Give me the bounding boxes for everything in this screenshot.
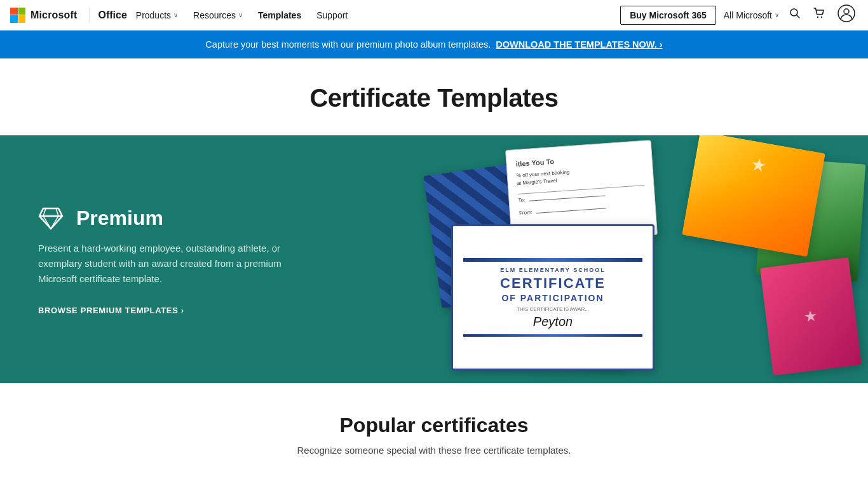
ms-logo-grid [10,8,25,23]
user-icon [837,4,855,25]
nav-support[interactable]: Support [310,6,354,24]
premium-hero: Premium Present a hard-working employee,… [0,135,868,383]
svg-line-1 [797,15,800,18]
voucher-text: itles You To % off your next booking at … [515,150,646,217]
office-label: Office [98,10,126,21]
nav-resources[interactable]: Resources ∨ [187,6,249,24]
resources-label: Resources [193,10,236,20]
star-icon: ★ [749,154,768,177]
browse-premium-link[interactable]: BROWSE PREMIUM TEMPLATES › [38,306,362,315]
templates-label: Templates [258,10,301,20]
premium-title-text: Premium [76,207,163,229]
cert-recipient-name: Peyton [533,315,573,329]
brand-label: Microsoft [31,10,77,21]
svg-point-5 [844,9,849,14]
cart-button[interactable] [811,5,827,25]
microsoft-logo[interactable]: Microsoft [10,8,77,23]
svg-point-2 [817,17,818,18]
page-title-section: Certificate Templates [0,58,868,135]
cert-awarded-text: THIS CERTIFICATE IS AWAR... [517,306,589,312]
products-chevron-icon: ∨ [173,11,178,18]
ms-logo-red [10,8,18,15]
user-button[interactable] [835,2,858,28]
ms-logo-green [18,8,26,15]
star-decorative-icon: ★ [803,307,818,326]
nav-links: Products ∨ Resources ∨ Templates Support [130,6,620,24]
svg-point-3 [821,17,822,18]
cert-card-orange: ★ [682,135,825,257]
cert-school-name: ELM ELEMENTARY SCHOOL [500,267,605,273]
nav-right: Buy Microsoft 365 All Microsoft ∨ [620,2,858,28]
ms-logo-blue [10,15,18,23]
buy-button[interactable]: Buy Microsoft 365 [620,6,716,25]
all-microsoft-chevron-icon: ∨ [775,11,779,18]
premium-description: Present a hard-working employee, outstan… [38,241,292,287]
cert-card-main: ELM ELEMENTARY SCHOOL CERTIFICATE OF PAR… [451,224,654,370]
popular-section: Popular certificates Recognize someone s… [0,383,868,468]
nav-products[interactable]: Products ∨ [130,6,184,24]
diamond-icon: Premium [38,204,362,231]
nav-templates[interactable]: Templates [252,6,308,24]
products-label: Products [136,10,171,20]
resources-chevron-icon: ∨ [238,11,243,18]
cert-card-pink: ★ [760,257,862,376]
nav-divider [90,8,90,23]
all-microsoft-link[interactable]: All Microsoft ∨ [724,10,779,20]
ms-logo-yellow [18,15,26,23]
search-button[interactable] [787,5,803,25]
banner-cta-link[interactable]: DOWNLOAD THE TEMPLATES NOW. › [496,39,662,50]
cert-title: CERTIFICATE [500,276,606,291]
premium-left-panel: Premium Present a hard-working employee,… [0,135,400,383]
promo-banner: Capture your best moments with our premi… [0,30,868,58]
cart-icon [813,8,825,22]
popular-title: Popular certificates [13,414,855,437]
support-label: Support [316,10,348,20]
popular-subtitle: Recognize someone special with these fre… [13,445,855,456]
all-microsoft-label: All Microsoft [724,10,772,20]
certificate-collage: itles You To % off your next booking at … [400,135,868,383]
search-icon [789,8,801,22]
page-title: Certificate Templates [13,84,855,112]
cert-title2: OF PARTICIPATION [501,294,604,303]
navbar: Microsoft Office Products ∨ Resources ∨ … [0,0,868,30]
banner-text: Capture your best moments with our premi… [205,39,491,50]
